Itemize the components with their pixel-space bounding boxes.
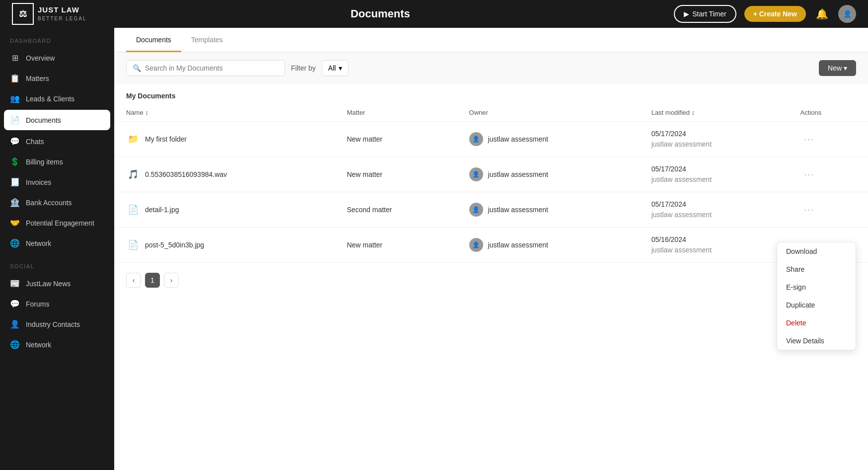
modified-date: 05/16/2024 [651, 235, 686, 243]
industry-contacts-icon: 👤 [10, 319, 20, 329]
menu-item-esign[interactable]: E-sign [777, 278, 856, 296]
sidebar-label-chats: Chats [26, 138, 44, 146]
search-wrap: 🔍 [126, 60, 285, 76]
network-social-icon: 🌐 [10, 340, 20, 349]
col-last-modified: Last modified ↕ [640, 104, 789, 122]
sidebar-label-industry-contacts: Industry Contacts [26, 320, 80, 328]
search-input[interactable] [145, 64, 279, 72]
notification-button[interactable]: 🔔 [814, 6, 830, 22]
pagination: ‹ 1 › [114, 263, 868, 298]
menu-item-download[interactable]: Download [777, 242, 856, 260]
owner-name: justlaw assessment [488, 135, 548, 143]
actions-menu-button[interactable]: ··· [800, 203, 819, 217]
sidebar-label-matters: Matters [26, 75, 49, 82]
menu-item-view-details[interactable]: View Details [777, 332, 856, 350]
sidebar-item-network-social[interactable]: 🌐 Network [0, 334, 114, 355]
doc-filename[interactable]: post-5_5d0in3b.jpg [145, 241, 204, 249]
owner-name: justlaw assessment [488, 241, 548, 249]
owner-name: justlaw assessment [488, 206, 548, 214]
sidebar-item-forums[interactable]: 💬 Forums [0, 294, 114, 314]
doc-filename[interactable]: 0.5536038516093984.wav [145, 170, 227, 178]
doc-modified-cell: 05/17/2024justlaw assessment [640, 157, 789, 192]
menu-item-share[interactable]: Share [777, 260, 856, 278]
doc-filename[interactable]: My first folder [145, 135, 187, 143]
logo-text: JUST LAW BETTER LEGAL [38, 5, 86, 22]
modified-by: justlaw assessment [651, 211, 712, 219]
sidebar-item-network[interactable]: 🌐 Network [0, 233, 114, 253]
actions-dropdown-anchor: ··· Download Share E-sign Duplicate Dele… [800, 238, 857, 252]
owner-avatar: 👤 [469, 203, 483, 217]
matters-icon: 📋 [10, 74, 20, 83]
table-row: 🎵 0.5536038516093984.wav New matter 👤 ju… [114, 157, 868, 192]
sidebar-item-documents[interactable]: 📄 Documents [4, 110, 110, 130]
sidebar-label-overview: Overview [26, 54, 55, 62]
sidebar-item-chats[interactable]: 💬 Chats [0, 131, 114, 152]
doc-filename[interactable]: detail-1.jpg [145, 206, 179, 214]
bank-icon: 🏦 [10, 198, 20, 207]
col-name: Name ↕ [114, 104, 335, 122]
context-menu: Download Share E-sign Duplicate Delete V… [777, 242, 856, 350]
billing-icon: 💲 [10, 157, 20, 166]
tab-templates[interactable]: Templates [181, 28, 233, 52]
filter-value: All [328, 64, 336, 72]
toolbar: 🔍 Filter by All ▾ New ▾ [114, 52, 868, 84]
doc-type-icon: 📄 [126, 238, 140, 252]
sidebar-item-matters[interactable]: 📋 Matters [0, 68, 114, 88]
doc-name-cell-2: 🎵 0.5536038516093984.wav [114, 157, 335, 192]
doc-name-cell-1: 📁 My first folder [114, 122, 335, 157]
sidebar-item-invoices[interactable]: 🧾 Invoices [0, 172, 114, 192]
menu-item-duplicate[interactable]: Duplicate [777, 296, 856, 314]
filter-label: Filter by [291, 64, 316, 72]
sidebar-item-bank-accounts[interactable]: 🏦 Bank Accounts [0, 192, 114, 213]
chats-icon: 💬 [10, 137, 20, 146]
sidebar-item-overview[interactable]: ⊞ Overview [0, 48, 114, 68]
doc-matter-cell: New matter [335, 228, 457, 263]
avatar-image: 👤 [843, 10, 852, 18]
doc-type-icon: 📄 [126, 203, 140, 217]
doc-actions-cell: ··· [789, 122, 868, 157]
next-page-button[interactable]: › [164, 273, 179, 288]
actions-menu-button[interactable]: ··· [800, 132, 819, 147]
filter-select[interactable]: All ▾ [322, 60, 349, 76]
sidebar-label-bank-accounts: Bank Accounts [26, 199, 72, 207]
doc-matter-cell: New matter [335, 122, 457, 157]
sidebar-item-industry-contacts[interactable]: 👤 Industry Contacts [0, 314, 114, 334]
doc-modified-cell: 05/17/2024justlaw assessment [640, 192, 789, 228]
owner-avatar: 👤 [469, 167, 483, 181]
actions-menu-button[interactable]: ··· [800, 167, 819, 182]
prev-page-button[interactable]: ‹ [126, 273, 141, 288]
sidebar-item-justlaw-news[interactable]: 📰 JustLaw News [0, 273, 114, 294]
start-timer-button[interactable]: ▶ Start Timer [674, 5, 736, 23]
create-new-button[interactable]: + Create New [744, 6, 806, 22]
doc-owner-cell: 👤 justlaw assessment [457, 157, 640, 192]
new-button[interactable]: New ▾ [819, 60, 856, 76]
owner-avatar: 👤 [469, 132, 483, 146]
doc-owner-cell: 👤 justlaw assessment [457, 228, 640, 263]
user-avatar[interactable]: 👤 [838, 5, 856, 23]
doc-name-cell-3: 📄 detail-1.jpg [114, 192, 335, 228]
page-1-label: 1 [150, 276, 154, 284]
sidebar-item-leads-clients[interactable]: 👥 Leads & Clients [0, 88, 114, 109]
col-owner: Owner [457, 104, 640, 122]
sidebar-item-potential-engagement[interactable]: 🤝 Potential Engagement [0, 213, 114, 233]
tabs-bar: Documents Templates [114, 28, 868, 52]
page-1-button[interactable]: 1 [145, 273, 160, 288]
leads-clients-icon: 👥 [10, 94, 20, 103]
doc-actions-cell: ··· Download Share E-sign Duplicate Dele… [789, 228, 868, 263]
chevron-down-icon: ▾ [339, 64, 342, 72]
section-title: My Documents [114, 84, 868, 104]
owner-avatar: 👤 [469, 238, 483, 252]
overview-icon: ⊞ [10, 53, 20, 63]
sidebar-section-social: SOCIAL [0, 253, 114, 273]
modified-date: 05/17/2024 [651, 130, 686, 138]
doc-actions-cell: ··· [789, 192, 868, 228]
sidebar-section-dashboard: DASHBOARD [0, 28, 114, 48]
tab-documents[interactable]: Documents [126, 28, 181, 52]
sidebar-item-billing-items[interactable]: 💲 Billing items [0, 152, 114, 172]
menu-item-delete[interactable]: Delete [777, 314, 856, 332]
doc-owner-cell: 👤 justlaw assessment [457, 122, 640, 157]
play-icon: ▶ [684, 10, 689, 18]
doc-matter-cell: New matter [335, 157, 457, 192]
forums-icon: 💬 [10, 299, 20, 309]
sidebar-label-invoices: Invoices [26, 178, 51, 186]
